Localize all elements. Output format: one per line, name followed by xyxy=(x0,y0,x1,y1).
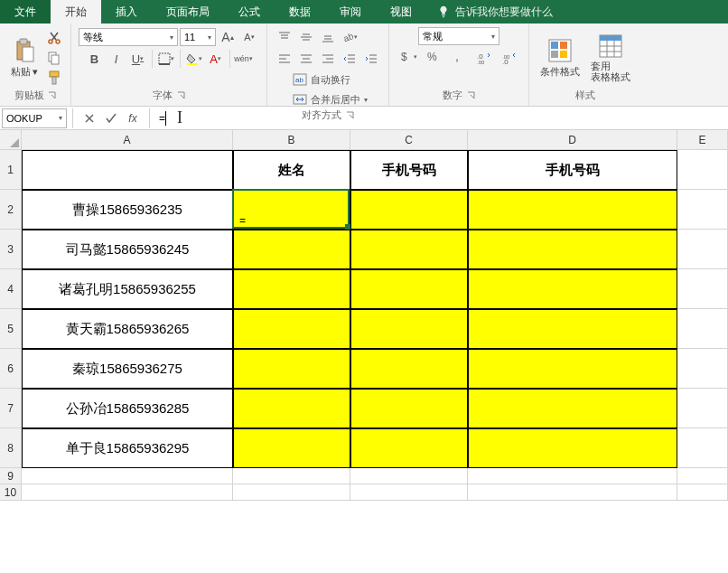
cell-A2[interactable]: 曹操15865936235 xyxy=(22,190,233,230)
confirm-formula-button[interactable] xyxy=(100,108,122,128)
font-size-select[interactable]: 11▾ xyxy=(180,28,216,46)
number-format-select[interactable]: 常规▾ xyxy=(418,27,499,45)
orientation-button[interactable]: ab▾ xyxy=(340,27,359,47)
cell-C6[interactable] xyxy=(350,349,468,389)
font-name-select[interactable]: 等线▾ xyxy=(79,28,178,46)
cell-C5[interactable] xyxy=(350,309,468,349)
cell-C4[interactable] xyxy=(350,269,468,309)
paste-button[interactable]: 粘贴▾ xyxy=(7,36,42,80)
bold-button[interactable]: B xyxy=(85,49,105,69)
cell-D5[interactable] xyxy=(468,309,677,349)
tab-data[interactable]: 数据 xyxy=(275,0,325,23)
cell-E4[interactable] xyxy=(677,269,728,309)
cell-A3[interactable]: 司马懿15865936245 xyxy=(22,230,233,269)
name-box[interactable]: OOKUP▾ xyxy=(2,108,67,128)
cell-B5[interactable] xyxy=(233,309,350,349)
cell-A7[interactable]: 公孙冶15865936285 xyxy=(22,389,233,428)
cell-B2[interactable]: = xyxy=(233,190,350,230)
cells-area[interactable]: 姓名手机号码手机号码曹操15865936235=司马懿15865936245诸葛… xyxy=(22,150,728,501)
cell-A4[interactable]: 诸葛孔明15865936255 xyxy=(22,269,233,309)
col-header-D[interactable]: D xyxy=(468,130,677,150)
cell-B1[interactable]: 姓名 xyxy=(233,150,350,190)
row-header-8[interactable]: 8 xyxy=(0,428,22,468)
tab-review[interactable]: 审阅 xyxy=(325,0,376,23)
tab-file[interactable]: 文件 xyxy=(0,0,51,23)
cell-B3[interactable] xyxy=(233,230,350,269)
cell-E8[interactable] xyxy=(677,428,728,468)
cell-D8[interactable] xyxy=(468,428,677,468)
border-button[interactable]: ▾ xyxy=(156,49,176,69)
row-header-6[interactable]: 6 xyxy=(0,349,22,389)
cell-A8[interactable]: 单于良15865936295 xyxy=(22,428,233,468)
format-painter-button[interactable] xyxy=(45,70,63,86)
underline-button[interactable]: U▾ xyxy=(128,49,148,69)
copy-button[interactable] xyxy=(45,50,63,66)
cell-B10[interactable] xyxy=(233,484,350,501)
tab-insert[interactable]: 插入 xyxy=(101,0,152,23)
cell-E1[interactable] xyxy=(677,150,728,190)
conditional-format-button[interactable]: 条件格式 xyxy=(537,36,583,80)
decrease-decimal-button[interactable]: .00.0 xyxy=(498,47,521,67)
tab-formulas[interactable]: 公式 xyxy=(224,0,275,23)
align-bottom-button[interactable] xyxy=(318,27,338,47)
increase-font-button[interactable]: A▴ xyxy=(218,27,238,47)
cancel-formula-button[interactable] xyxy=(79,108,100,128)
fill-color-button[interactable]: ▾ xyxy=(184,49,204,69)
cut-button[interactable] xyxy=(45,30,63,46)
row-header-3[interactable]: 3 xyxy=(0,230,22,269)
cell-E10[interactable] xyxy=(677,484,728,501)
col-header-C[interactable]: C xyxy=(350,130,468,150)
spreadsheet-grid[interactable]: ABCDE 12345678910 姓名手机号码手机号码曹操1586593623… xyxy=(0,130,728,573)
cell-A5[interactable]: 黄天霸15865936265 xyxy=(22,309,233,349)
comma-button[interactable]: , xyxy=(447,47,471,67)
tab-view[interactable]: 视图 xyxy=(376,0,426,23)
currency-button[interactable]: $▾ xyxy=(397,47,420,67)
row-header-2[interactable]: 2 xyxy=(0,190,22,230)
clipboard-launcher[interactable] xyxy=(48,91,57,100)
cell-C9[interactable] xyxy=(350,468,468,484)
cell-C7[interactable] xyxy=(350,389,468,428)
wrap-text-button[interactable]: ab自动换行 xyxy=(287,70,373,89)
fx-icon[interactable]: fx xyxy=(122,112,144,125)
cell-E7[interactable] xyxy=(677,389,728,428)
decrease-indent-button[interactable] xyxy=(340,49,359,69)
increase-decimal-button[interactable]: .0.00 xyxy=(472,47,496,67)
col-header-E[interactable]: E xyxy=(677,130,728,150)
tell-me-search[interactable]: 告诉我你想要做什么 xyxy=(426,5,564,20)
cell-B8[interactable] xyxy=(233,428,350,468)
format-table-button[interactable]: 套用 表格格式 xyxy=(587,32,634,84)
pinyin-button[interactable]: wén▾ xyxy=(234,49,254,69)
col-header-B[interactable]: B xyxy=(233,130,350,150)
font-color-button[interactable]: A▾ xyxy=(206,49,226,69)
row-header-7[interactable]: 7 xyxy=(0,389,22,428)
cell-A9[interactable] xyxy=(22,468,233,484)
cell-B6[interactable] xyxy=(233,349,350,389)
italic-button[interactable]: I xyxy=(107,49,126,69)
cell-C2[interactable] xyxy=(350,190,468,230)
row-header-9[interactable]: 9 xyxy=(0,468,22,484)
select-all-corner[interactable] xyxy=(0,130,22,150)
cell-E6[interactable] xyxy=(677,349,728,389)
cell-B9[interactable] xyxy=(233,468,350,484)
cell-D3[interactable] xyxy=(468,230,677,269)
row-header-4[interactable]: 4 xyxy=(0,269,22,309)
formula-input[interactable]: =I xyxy=(155,108,728,128)
cell-D6[interactable] xyxy=(468,349,677,389)
cell-A1[interactable] xyxy=(22,150,233,190)
cell-D4[interactable] xyxy=(468,269,677,309)
row-header-10[interactable]: 10 xyxy=(0,484,22,501)
row-header-1[interactable]: 1 xyxy=(0,150,22,190)
cell-D2[interactable] xyxy=(468,190,677,230)
align-top-button[interactable] xyxy=(275,27,294,47)
cell-D7[interactable] xyxy=(468,389,677,428)
align-left-button[interactable] xyxy=(275,49,294,69)
cell-E5[interactable] xyxy=(677,309,728,349)
tab-home[interactable]: 开始 xyxy=(51,0,101,23)
number-launcher[interactable] xyxy=(466,91,475,100)
percent-button[interactable]: % xyxy=(422,47,445,67)
font-launcher[interactable] xyxy=(176,91,185,100)
cell-E9[interactable] xyxy=(677,468,728,484)
align-center-button[interactable] xyxy=(296,49,316,69)
cell-C10[interactable] xyxy=(350,484,468,501)
col-header-A[interactable]: A xyxy=(22,130,233,150)
